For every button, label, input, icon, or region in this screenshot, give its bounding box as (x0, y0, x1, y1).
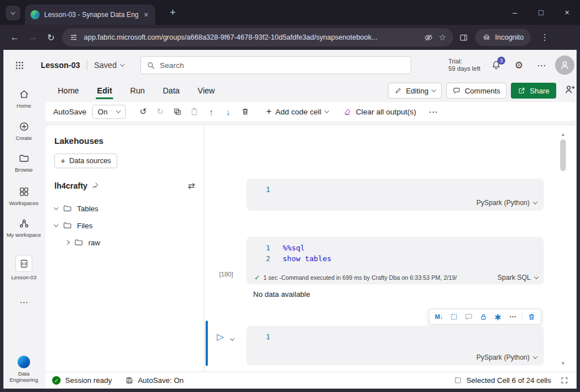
sidebar-item-data-engineering[interactable]: Data Engineering (3, 356, 44, 383)
app-launcher-waffle-icon[interactable] (7, 61, 32, 70)
execution-status: 1 sec -Command executed in 699 ms by Cra… (263, 274, 457, 281)
content-area: Lakehouses + Data sources lh4crafty ⇄ (45, 126, 575, 389)
execution-count: [180] (219, 271, 233, 278)
sidebar-item-my-workspace[interactable]: My workspace (3, 217, 44, 238)
share-button[interactable]: Share (511, 83, 556, 99)
rail-label: Lesson-03 (3, 274, 44, 280)
clear-outputs-icon (343, 108, 352, 116)
tab-data[interactable]: Data (154, 80, 189, 101)
code-cell-2[interactable]: 1%%sql 2show tables ✓ 1 sec -Command exe… (246, 237, 544, 284)
site-settings-icon[interactable] (69, 33, 78, 42)
move-cell-up-button[interactable]: ↑ (203, 103, 220, 120)
move-cell-down-button[interactable]: ↓ (220, 103, 237, 120)
run-cell-button[interactable]: ▷ (214, 330, 227, 343)
search-input[interactable] (160, 61, 405, 70)
line-number: 1 (262, 333, 270, 341)
reload-button[interactable]: ↻ (42, 28, 60, 46)
scroll-down-icon[interactable]: ▼ (559, 359, 567, 367)
line-number: 2 (262, 253, 270, 264)
lakehouse-row: lh4crafty ⇄ (54, 181, 195, 191)
editing-mode-button[interactable]: Editing (388, 83, 442, 99)
delete-cell-button[interactable] (524, 309, 539, 324)
tab-home[interactable]: Home (49, 80, 88, 101)
browser-menu-icon[interactable]: ⋮ (538, 32, 552, 42)
chevron-down-icon (534, 274, 539, 279)
cell3-language-select[interactable]: PySpark (Python) (476, 353, 537, 361)
tab-edit[interactable]: Edit (88, 80, 121, 101)
cell-more-button[interactable]: ⋯ (505, 309, 520, 324)
success-check-icon: ✓ (254, 274, 260, 282)
redo-button[interactable]: ↻ (152, 103, 169, 120)
lock-cell-button[interactable] (476, 309, 491, 324)
back-button[interactable]: ← (6, 28, 24, 46)
code-cell-3[interactable]: 1 PySpark (Python) (246, 326, 544, 365)
freeze-cell-button[interactable]: ∗ (491, 309, 505, 324)
autosave-dropdown[interactable]: On (92, 105, 126, 119)
convert-to-markdown-button[interactable]: M↓ (432, 309, 446, 324)
sidebar-item-lesson-03[interactable]: Lesson-03 (3, 255, 44, 280)
copy-button[interactable] (169, 103, 186, 120)
paste-button[interactable] (186, 103, 203, 120)
new-tab-button[interactable]: + (165, 5, 180, 20)
window-maximize-button[interactable]: □ (528, 0, 554, 25)
autosave-status[interactable]: AutoSave: On (138, 376, 184, 385)
settings-gear-icon[interactable]: ⚙ (510, 56, 528, 74)
select-cell-button[interactable] (446, 309, 461, 324)
notebook-icon (15, 255, 32, 272)
rail-label: Workspaces (3, 200, 44, 206)
cell2-language-select[interactable]: Spark SQL (497, 274, 538, 282)
code-cell-1[interactable]: 1 PySpark (Python) (246, 178, 544, 211)
tree-item-raw[interactable]: raw (54, 234, 195, 251)
left-nav-rail: Home Create Browse Workspaces (3, 80, 44, 389)
collaborators-icon[interactable] (564, 84, 575, 95)
cell1-language-select[interactable]: PySpark (Python) (476, 199, 537, 207)
rail-more-icon[interactable]: ⋯ (3, 297, 44, 308)
tree-item-tables[interactable]: Tables (54, 200, 195, 217)
notifications-button[interactable]: 3 (487, 56, 505, 74)
browser-tab[interactable]: Lesson-03 - Synapse Data Engi × (25, 5, 155, 25)
comments-button[interactable]: Comments (446, 83, 506, 99)
undo-button[interactable]: ↺ (135, 103, 152, 120)
comment-cell-button[interactable] (461, 309, 476, 324)
add-data-sources-button[interactable]: + Data sources (54, 154, 117, 168)
app-header: Lesson-03 Saved Trial: 59 days left (3, 50, 577, 80)
tab-close-icon[interactable]: × (143, 10, 150, 19)
scroll-up-icon[interactable]: ▲ (559, 130, 567, 138)
window-minimize-button[interactable]: – (502, 0, 528, 25)
fit-view-icon[interactable] (560, 376, 569, 385)
session-status[interactable]: Session ready (65, 376, 112, 385)
sidebar-item-home[interactable]: Home (3, 88, 44, 109)
scrollbar-thumb[interactable] (560, 139, 566, 171)
tab-view[interactable]: View (189, 80, 224, 101)
sidebar-panel-icon[interactable] (459, 33, 468, 42)
window-close-button[interactable]: × (554, 0, 580, 25)
plus-circle-icon (3, 120, 44, 133)
sidebar-item-browse[interactable]: Browse (3, 152, 44, 173)
code-editor[interactable]: 1%%sql 2show tables (262, 242, 331, 264)
header-more-icon[interactable]: ⋯ (532, 56, 551, 74)
save-state-dropdown[interactable]: Saved (94, 61, 124, 70)
forward-button[interactable]: → (24, 28, 42, 46)
toolbar-more-icon[interactable]: ⋯ (429, 106, 438, 117)
avatar[interactable] (555, 56, 574, 75)
trial-line1: Trial: (449, 58, 480, 65)
pin-icon[interactable] (91, 182, 99, 190)
tree-item-files[interactable]: Files (54, 217, 195, 234)
clear-all-outputs-button[interactable]: Clear all output(s) (343, 108, 416, 116)
tab-run[interactable]: Run (121, 80, 154, 101)
global-search[interactable] (140, 56, 411, 74)
delete-cell-button[interactable] (237, 103, 254, 120)
save-state-label: Saved (94, 61, 117, 70)
vertical-scrollbar[interactable]: ▲ ▼ (559, 130, 567, 367)
folder-icon (63, 204, 72, 213)
add-code-cell-button[interactable]: + Add code cell (266, 106, 329, 117)
share-label: Share (530, 87, 549, 95)
tab-search-button[interactable] (6, 6, 20, 20)
sidebar-item-create[interactable]: Create (3, 120, 44, 141)
bookmark-star-icon[interactable]: ☆ (439, 32, 446, 42)
address-bar-input[interactable]: app.fabric.microsoft.com/groups/a668a328… (62, 28, 453, 46)
sidebar-item-workspaces[interactable]: Workspaces (3, 185, 44, 206)
run-options-chevron[interactable] (231, 333, 234, 343)
eye-off-icon[interactable] (424, 33, 433, 42)
switch-lakehouse-icon[interactable]: ⇄ (187, 181, 195, 191)
